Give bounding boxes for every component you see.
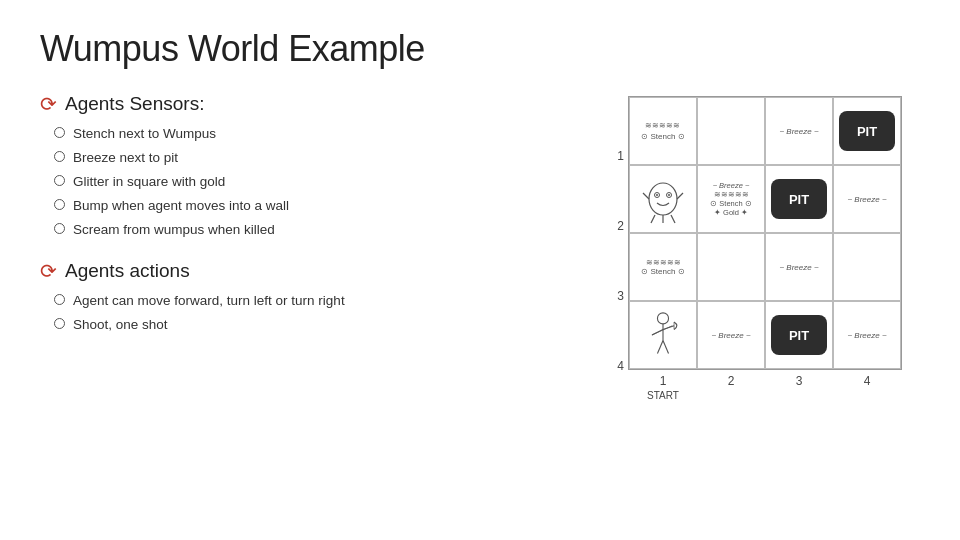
cell-2-4 [833, 233, 901, 301]
cell-4-3: ~ Breeze ~ [765, 97, 833, 165]
actions-list: Agent can move forward, turn left or tur… [40, 291, 570, 336]
list-item: Glitter in square with gold [54, 172, 570, 193]
col-labels: 1 START 2 3 4 [629, 374, 901, 401]
cell-1-1 [629, 301, 697, 369]
page: Wumpus World Example ⟳ Agents Sensors: S… [0, 0, 960, 540]
bullet-circle [54, 175, 65, 186]
col-label-3: 3 [765, 374, 833, 401]
bullet-circle [54, 127, 65, 138]
wumpus-grid: ≋≋≋≋≋ ⊙ Stench ⊙ ~ Breeze ~ [628, 96, 902, 370]
actions-heading: ⟳ Agents actions [40, 259, 570, 283]
row-labels: 4 3 2 1 [608, 121, 624, 401]
page-title: Wumpus World Example [40, 28, 920, 70]
row-label-4: 4 [608, 331, 624, 401]
cell-3-3: PIT [765, 165, 833, 233]
bullet-circle [54, 199, 65, 210]
list-item: Agent can move forward, turn left or tur… [54, 291, 570, 312]
bullet-circle [54, 294, 65, 305]
cell-3-4: ~ Breeze ~ [833, 165, 901, 233]
row-label-3: 3 [608, 261, 624, 331]
row-label-2: 2 [608, 191, 624, 261]
svg-point-4 [668, 194, 670, 196]
cell-1-3: PIT [765, 301, 833, 369]
cell-3-1 [629, 165, 697, 233]
svg-line-7 [671, 215, 675, 223]
content-area: ⟳ Agents Sensors: Stench next to Wumpus … [40, 92, 920, 520]
list-item: Shoot, one shot [54, 315, 570, 336]
cell-4-4: PIT [833, 97, 901, 165]
sensors-list: Stench next to Wumpus Breeze next to pit… [40, 124, 570, 241]
grid-and-col-labels: ≋≋≋≋≋ ⊙ Stench ⊙ ~ Breeze ~ [628, 96, 902, 401]
svg-line-8 [643, 193, 649, 199]
list-item: Scream from wumpus when killed [54, 220, 570, 241]
list-item: Bump when agent moves into a wall [54, 196, 570, 217]
loop-icon-sensors: ⟳ [40, 92, 57, 116]
col-label-4: 4 [833, 374, 901, 401]
bullet-circle [54, 223, 65, 234]
col-label-2: 2 [697, 374, 765, 401]
archer-icon [641, 311, 685, 359]
right-panel: 4 3 2 1 ≋≋≋≋≋ ⊙ Stench ⊙ [590, 92, 920, 520]
svg-line-17 [663, 341, 669, 354]
svg-line-9 [677, 193, 683, 199]
svg-line-16 [657, 341, 663, 354]
list-item: Breeze next to pit [54, 148, 570, 169]
grid-container: 4 3 2 1 ≋≋≋≋≋ ⊙ Stench ⊙ [608, 96, 902, 401]
bullet-circle [54, 318, 65, 329]
cell-1-2: ~ Breeze ~ [697, 301, 765, 369]
wumpus-icon [641, 173, 685, 225]
row-label-1: 1 [608, 121, 624, 191]
cell-3-2: ~ Breeze ~ ≋≋≋≋≋ ⊙ Stench ⊙ ✦ Gold ✦ [697, 165, 765, 233]
cell-2-3: ~ Breeze ~ [765, 233, 833, 301]
col-label-1: 1 START [629, 374, 697, 401]
sensors-section: ⟳ Agents Sensors: Stench next to Wumpus … [40, 92, 570, 241]
loop-icon-actions: ⟳ [40, 259, 57, 283]
cell-2-1: ≋≋≋≋≋ ⊙ Stench ⊙ [629, 233, 697, 301]
sensors-heading: ⟳ Agents Sensors: [40, 92, 570, 116]
svg-point-0 [649, 183, 677, 215]
cell-4-2 [697, 97, 765, 165]
svg-line-15 [652, 326, 672, 335]
cell-2-2 [697, 233, 765, 301]
svg-line-5 [651, 215, 655, 223]
cell-1-4: ~ Breeze ~ [833, 301, 901, 369]
actions-section: ⟳ Agents actions Agent can move forward,… [40, 259, 570, 336]
list-item: Stench next to Wumpus [54, 124, 570, 145]
left-panel: ⟳ Agents Sensors: Stench next to Wumpus … [40, 92, 570, 520]
cell-4-1: ≋≋≋≋≋ ⊙ Stench ⊙ [629, 97, 697, 165]
svg-point-3 [656, 194, 658, 196]
svg-point-10 [657, 313, 668, 324]
bullet-circle [54, 151, 65, 162]
